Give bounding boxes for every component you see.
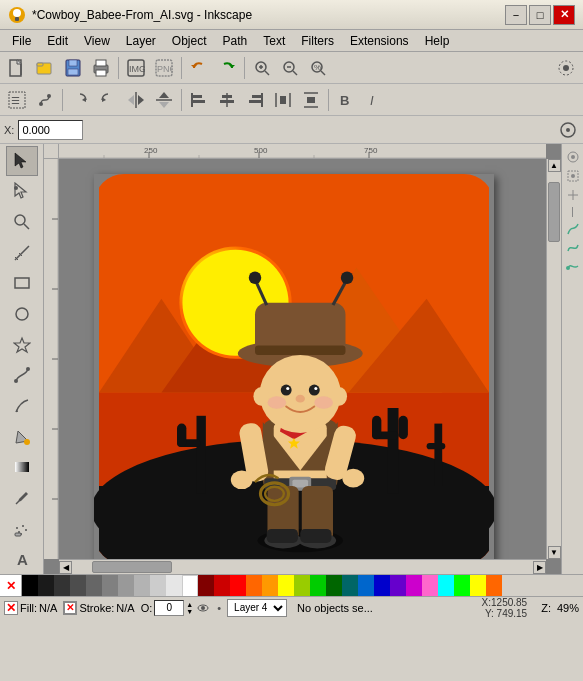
swatch-white[interactable] [182,575,198,597]
menu-object[interactable]: Object [164,32,215,50]
spray-tool-btn[interactable] [6,514,38,544]
swatch-lime[interactable] [294,575,310,597]
canvas-viewport[interactable] [59,159,546,559]
rect-tool-btn[interactable] [6,269,38,299]
star-tool-btn[interactable] [6,330,38,360]
menu-help[interactable]: Help [417,32,458,50]
swatch-yellow[interactable] [278,575,294,597]
pencil-tool-btn[interactable] [6,391,38,421]
swatch-gray1[interactable] [86,575,102,597]
swatch-blue2[interactable] [374,575,390,597]
print-button[interactable] [88,55,114,81]
flip-v-button[interactable] [151,87,177,113]
scroll-thumb-h[interactable] [92,561,172,573]
scroll-left-button[interactable]: ◀ [59,561,72,574]
align-left-button[interactable] [186,87,212,113]
layer-select[interactable]: Layer 4 [227,599,287,617]
text-tool-btn[interactable]: A [6,544,38,574]
gradient-tool-btn[interactable] [6,452,38,482]
swatch-brightgreen[interactable] [454,575,470,597]
italic-button[interactable]: I [361,87,387,113]
horizontal-scrollbar[interactable]: ◀ ▶ [59,559,546,574]
swatch-darkgreen[interactable] [326,575,342,597]
opacity-spinner[interactable]: ▲ ▼ [186,601,193,615]
align-right-button[interactable] [242,87,268,113]
dist-h-button[interactable] [270,87,296,113]
swatch-brightyellow[interactable] [470,575,486,597]
rotate-ccw-button[interactable] [95,87,121,113]
node-tool[interactable] [32,87,58,113]
swatch-dark2[interactable] [54,575,70,597]
swatch-dark1[interactable] [38,575,54,597]
snap-btn-2[interactable] [564,167,582,185]
swatch-red2[interactable] [214,575,230,597]
snap-btn-4[interactable] [564,220,582,238]
snap-global-button[interactable] [557,119,579,141]
opacity-up[interactable]: ▲ [186,601,193,608]
fill-tool-btn[interactable] [6,422,38,452]
opacity-down[interactable]: ▼ [186,608,193,615]
measure-tool-btn[interactable] [6,238,38,268]
scroll-right-button[interactable]: ▶ [533,561,546,574]
swatch-light1[interactable] [150,575,166,597]
menu-extensions[interactable]: Extensions [342,32,417,50]
snap-btn-1[interactable] [564,148,582,166]
x-input[interactable] [18,120,83,140]
zoom-in-button[interactable] [249,55,275,81]
redo-button[interactable] [214,55,240,81]
canvas-area[interactable]: 250 500 750 50 [44,144,561,574]
zoom-fit-button[interactable]: % [305,55,331,81]
no-color-button[interactable]: ✕ [0,575,22,597]
align-center-button[interactable] [214,87,240,113]
undo-button[interactable] [186,55,212,81]
menu-layer[interactable]: Layer [118,32,164,50]
swatch-orange2[interactable] [262,575,278,597]
swatch-teal[interactable] [342,575,358,597]
stroke-swatch[interactable]: ✕ [63,601,77,615]
snap-btn-5[interactable] [564,239,582,257]
zoom-tool-btn[interactable] [6,207,38,237]
swatch-red[interactable] [230,575,246,597]
swatch-orange1[interactable] [246,575,262,597]
menu-path[interactable]: Path [215,32,256,50]
import-button[interactable]: IMG [123,55,149,81]
fill-swatch[interactable]: ✕ [4,601,18,615]
snap-btn-3[interactable] [564,186,582,204]
scroll-down-button[interactable]: ▼ [548,546,561,559]
scroll-up-button[interactable]: ▲ [548,159,561,172]
swatch-gray2[interactable] [102,575,118,597]
flip-h-button[interactable] [123,87,149,113]
vertical-scrollbar[interactable]: ▲ ▼ [546,159,561,559]
circle-tool-btn[interactable] [6,299,38,329]
swatch-purple[interactable] [390,575,406,597]
menu-filters[interactable]: Filters [293,32,342,50]
swatch-light2[interactable] [166,575,182,597]
swatch-gray4[interactable] [134,575,150,597]
swatch-cyan[interactable] [438,575,454,597]
swatch-blue1[interactable] [358,575,374,597]
open-button[interactable] [32,55,58,81]
new-button[interactable] [4,55,30,81]
swatch-darkred[interactable] [198,575,214,597]
swatch-pink[interactable] [422,575,438,597]
menu-view[interactable]: View [76,32,118,50]
pen-tool-btn[interactable] [6,360,38,390]
minimize-button[interactable]: − [505,5,527,25]
rotate-cw-button[interactable] [67,87,93,113]
maximize-button[interactable]: □ [529,5,551,25]
node-tool-btn[interactable] [6,177,38,207]
dist-v-button[interactable] [298,87,324,113]
export-button[interactable]: PNG [151,55,177,81]
swatch-black[interactable] [22,575,38,597]
swatch-dark3[interactable] [70,575,86,597]
zoom-out-button[interactable] [277,55,303,81]
menu-edit[interactable]: Edit [39,32,76,50]
snap-btn-6[interactable] [564,258,582,276]
swatch-magenta[interactable] [406,575,422,597]
opacity-input[interactable] [154,600,184,616]
bold-button[interactable]: B [333,87,359,113]
dropper-tool-btn[interactable] [6,483,38,513]
swatch-brightorange[interactable] [486,575,502,597]
scroll-thumb-v[interactable] [548,182,560,242]
close-button[interactable]: ✕ [553,5,575,25]
